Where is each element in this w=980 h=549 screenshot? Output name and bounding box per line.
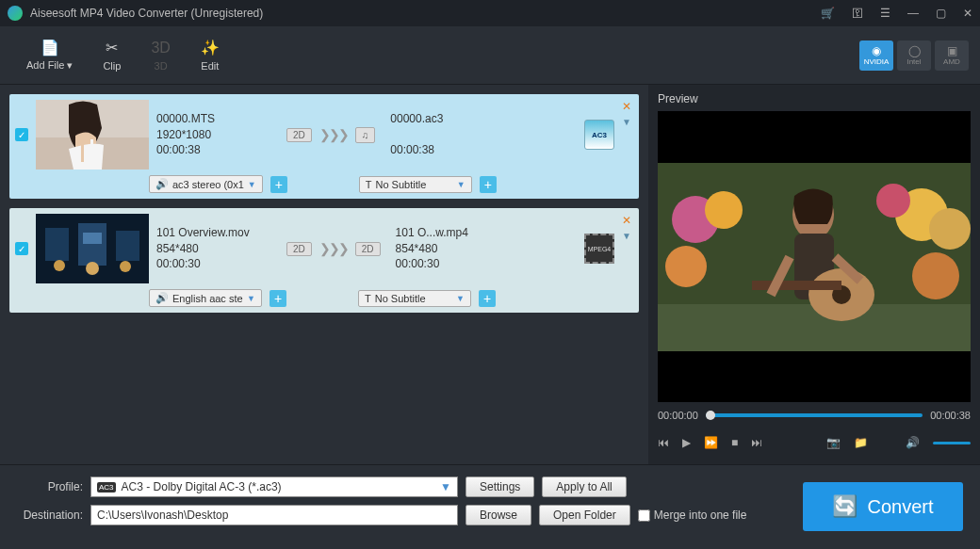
seek-slider[interactable] (706, 413, 923, 417)
add-audio-button[interactable]: + (270, 290, 286, 307)
add-subtitle-button[interactable]: + (479, 290, 496, 307)
minimize-icon[interactable]: — (907, 7, 919, 20)
gpu-nvidia-badge[interactable]: ◉ NVIDIA (859, 40, 893, 71)
folder-icon[interactable]: 📁 (854, 436, 868, 449)
add-subtitle-button[interactable]: + (480, 176, 497, 193)
preview-pane: Preview (648, 85, 980, 464)
subtitle-label: No Subtitle (375, 293, 426, 304)
snapshot-icon[interactable]: 📷 (826, 436, 841, 449)
prev-icon[interactable]: ⏮ (658, 436, 669, 449)
clip-label: Clip (103, 60, 121, 72)
subtitle-icon: T (365, 293, 371, 304)
merge-checkbox-input[interactable] (638, 509, 650, 522)
volume-slider[interactable] (933, 442, 971, 444)
play-icon[interactable]: ▶ (682, 436, 691, 449)
edit-button[interactable]: ✨ Edit (186, 34, 235, 77)
arrows-icon: ❯❯❯ (319, 241, 348, 256)
wand-icon: ✨ (201, 40, 220, 57)
add-file-label: Add File (26, 59, 64, 71)
svg-rect-5 (45, 228, 69, 261)
audio-track-select[interactable]: 🔊 ac3 stereo (0x1 ▼ (149, 175, 263, 193)
preview-video[interactable] (658, 111, 971, 402)
3d-button[interactable]: 3D 3D (136, 34, 185, 77)
file-item[interactable]: ✕ ▼ ✓ 00000.MTS 192 (9, 94, 639, 199)
src-2d-badge: 2D (286, 128, 312, 142)
remove-item-icon[interactable]: ✕ (622, 100, 631, 113)
window-title: Aiseesoft MP4 Video Converter (Unregiste… (30, 7, 821, 20)
close-icon[interactable]: ✕ (963, 7, 972, 20)
maximize-icon[interactable]: ▢ (936, 7, 946, 20)
out-duration: 00:00:30 (396, 256, 518, 272)
speaker-icon: 🔊 (155, 292, 169, 304)
subtitle-select[interactable]: T No Subtitle ▼ (359, 176, 472, 193)
time-total: 00:00:38 (930, 410, 971, 421)
svg-point-15 (705, 191, 743, 229)
key-icon[interactable]: ⚿ (852, 7, 863, 20)
profile-value: AC3 - Dolby Digital AC-3 (*.ac3) (122, 480, 282, 493)
file-checkbox[interactable]: ✓ (15, 128, 28, 141)
add-file-icon: 📄 (41, 39, 59, 56)
file-item[interactable]: ✕ ▼ ✓ 101 Overvi (9, 208, 639, 313)
next-icon[interactable]: ⏭ (751, 436, 762, 449)
destination-label: Destination: (15, 509, 83, 522)
add-file-button[interactable]: 📄 Add File ▾ (11, 33, 88, 77)
profile-select[interactable]: AC3 AC3 - Dolby Digital AC-3 (*.ac3) ▼ (90, 476, 458, 497)
add-file-caret-icon: ▾ (67, 59, 73, 71)
arrows-icon: ❯❯❯ (319, 127, 348, 142)
settings-button[interactable]: Settings (466, 476, 534, 497)
cart-icon[interactable]: 🛒 (821, 7, 835, 20)
main-toolbar: 📄 Add File ▾ ✂ Clip 3D 3D ✨ Edit ◉ NVIDI… (0, 26, 980, 85)
out-audio-badge: ♫ (355, 127, 376, 143)
subtitle-icon: T (366, 179, 372, 190)
clip-button[interactable]: ✂ Clip (88, 34, 136, 77)
src-duration: 00:00:30 (156, 256, 279, 272)
file-thumbnail (36, 214, 149, 283)
audio-track-select[interactable]: 🔊 English aac ste ▼ (149, 289, 262, 307)
expand-item-icon[interactable]: ▼ (622, 117, 631, 127)
src-duration: 00:00:38 (156, 142, 279, 158)
fast-forward-icon[interactable]: ⏩ (704, 436, 718, 449)
open-folder-button[interactable]: Open Folder (539, 505, 630, 525)
svg-rect-6 (78, 223, 106, 266)
gpu-intel-badge[interactable]: ◯ Intel (897, 40, 931, 71)
apply-all-button[interactable]: Apply to All (542, 476, 626, 497)
merge-checkbox[interactable]: Merge into one file (638, 509, 747, 522)
out-filename: 101 O...w.mp4 (396, 225, 518, 241)
amd-icon: ▣ (947, 44, 957, 57)
intel-label: Intel (906, 57, 921, 66)
app-logo-icon (8, 6, 23, 21)
out-duration: 00:00:38 (390, 142, 513, 158)
merge-label: Merge into one file (654, 509, 747, 522)
destination-input[interactable]: C:\Users\Ivonash\Desktop (90, 505, 458, 525)
subtitle-label: No Subtitle (375, 179, 426, 190)
src-filename: 00000.MTS (156, 111, 279, 127)
audio-track-label: ac3 stereo (0x1 (172, 179, 244, 190)
file-checkbox[interactable]: ✓ (15, 242, 28, 255)
volume-icon[interactable]: 🔊 (906, 436, 920, 449)
subtitle-select[interactable]: T No Subtitle ▼ (358, 290, 471, 307)
file-list: ✕ ▼ ✓ 00000.MTS 192 (0, 85, 648, 464)
convert-icon: 🔄 (832, 494, 858, 519)
edit-label: Edit (201, 60, 219, 72)
caret-down-icon: ▼ (457, 180, 466, 189)
svg-point-18 (876, 184, 910, 218)
remove-item-icon[interactable]: ✕ (622, 214, 631, 227)
convert-button[interactable]: 🔄 Convert (803, 482, 963, 531)
format-ac3-icon: AC3 (584, 120, 614, 150)
nvidia-icon: ◉ (872, 44, 881, 57)
add-audio-button[interactable]: + (270, 176, 287, 193)
title-bar: Aiseesoft MP4 Video Converter (Unregiste… (0, 0, 980, 26)
expand-item-icon[interactable]: ▼ (622, 231, 631, 241)
svg-rect-2 (81, 143, 84, 162)
out-2d-badge: 2D (355, 242, 381, 256)
src-filename: 101 Overview.mov (156, 225, 279, 241)
stop-icon[interactable]: ■ (731, 436, 738, 449)
scissors-icon: ✂ (106, 40, 118, 57)
menu-icon[interactable]: ☰ (880, 7, 890, 20)
svg-point-20 (912, 252, 959, 299)
gpu-amd-badge[interactable]: ▣ AMD (935, 40, 969, 71)
caret-down-icon: ▼ (248, 180, 256, 189)
out-filename: 00000.ac3 (390, 111, 513, 127)
speaker-icon: 🔊 (155, 178, 169, 190)
browse-button[interactable]: Browse (466, 505, 531, 525)
